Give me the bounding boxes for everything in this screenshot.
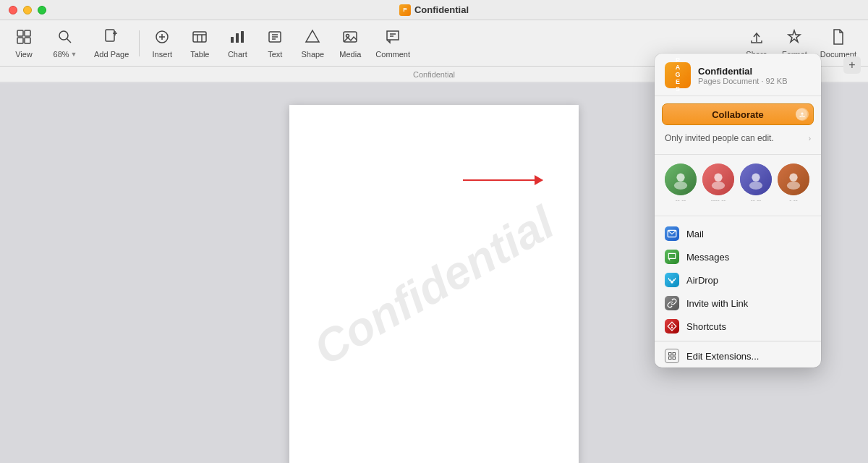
arrow-indicator — [463, 179, 542, 181]
doc-subtitle-text: Confidential — [413, 70, 455, 79]
svg-point-37 — [787, 182, 800, 190]
maximize-button[interactable] — [38, 6, 46, 14]
titlebar: P Confidential — [0, 0, 868, 20]
svg-point-25 — [346, 34, 349, 37]
popover-doc-info: Confidential Pages Document · 92 KB — [698, 66, 788, 85]
document-icon — [830, 28, 847, 48]
avatar-3 — [740, 163, 772, 195]
avatar-item-2[interactable]: ---- -- — [702, 163, 734, 204]
shape-icon — [304, 28, 321, 48]
insert-toolbar-item[interactable]: Insert — [144, 25, 180, 62]
share-popover: PAGES Confidential Pages Document · 92 K… — [655, 54, 821, 368]
airdrop-label: AirDrop — [686, 275, 718, 286]
text-icon — [266, 28, 284, 48]
shortcuts-label: Shortcuts — [686, 321, 726, 332]
popover-doc-icon: PAGES — [665, 62, 691, 88]
shape-label: Shape — [301, 50, 324, 59]
share-icon — [748, 28, 765, 48]
svg-rect-6 — [106, 30, 114, 41]
svg-point-34 — [752, 174, 760, 182]
share-messages-item[interactable]: Messages — [655, 245, 821, 268]
media-toolbar-item[interactable]: Media — [332, 25, 368, 62]
svg-marker-23 — [306, 30, 319, 42]
svg-point-32 — [714, 174, 722, 182]
svg-rect-1 — [25, 30, 30, 36]
watermark-text: Confidential — [305, 196, 563, 376]
table-icon — [191, 28, 208, 48]
separator-1 — [139, 30, 140, 56]
permissions-chevron: › — [809, 135, 811, 143]
pages-app-icon: P — [399, 4, 411, 16]
comment-icon — [384, 28, 401, 48]
svg-point-33 — [712, 182, 725, 190]
media-icon — [341, 28, 359, 48]
arrow-line — [463, 179, 542, 181]
svg-point-36 — [789, 174, 797, 182]
collaborate-button[interactable]: Collaborate — [662, 103, 814, 125]
chart-toolbar-item[interactable]: Chart — [219, 25, 255, 62]
share-airdrop-item[interactable]: AirDrop — [655, 268, 821, 292]
avatar-item-4[interactable]: - -- — [778, 163, 809, 204]
svg-rect-3 — [25, 38, 30, 43]
popover-doc-meta: Pages Document · 92 KB — [698, 77, 788, 85]
messages-label: Messages — [686, 252, 729, 263]
popover-doc-name: Confidential — [698, 66, 788, 77]
svg-rect-17 — [236, 33, 239, 43]
svg-point-30 — [676, 174, 684, 182]
share-invite-link-item[interactable]: Invite with Link — [655, 292, 821, 315]
svg-point-4 — [59, 31, 68, 40]
avatar-2-label: ---- -- — [702, 197, 734, 204]
view-toolbar-item[interactable]: View — [6, 25, 42, 62]
media-label: Media — [339, 50, 361, 59]
collaborate-label: Collaborate — [712, 109, 764, 120]
insert-icon — [153, 28, 171, 48]
shortcuts-icon — [665, 319, 679, 334]
avatar-item-3[interactable]: -- -- — [740, 163, 772, 204]
zoom-icon — [56, 28, 74, 48]
svg-point-35 — [749, 182, 762, 190]
avatar-1 — [665, 163, 697, 195]
svg-rect-43 — [669, 353, 672, 356]
permissions-row[interactable]: Only invited people can edit. › — [662, 128, 814, 148]
title-text: Confidential — [414, 4, 469, 15]
svg-point-42 — [671, 327, 672, 328]
avatar-4-label: - -- — [778, 197, 809, 204]
share-mail-item[interactable]: Mail — [655, 222, 821, 245]
close-button[interactable] — [9, 6, 17, 14]
svg-point-31 — [674, 182, 687, 190]
popover-divider-1 — [655, 154, 821, 155]
share-shortcuts-item[interactable]: Shortcuts — [655, 315, 821, 338]
svg-rect-0 — [17, 30, 23, 36]
avatar-item-1[interactable]: -- -- — [665, 163, 697, 204]
zoom-toolbar-item[interactable]: 68% ▼ — [43, 25, 87, 62]
svg-line-5 — [67, 38, 72, 43]
add-page-toolbar-item[interactable]: Add Page — [88, 25, 135, 62]
permissions-label: Only invited people can edit. — [665, 133, 774, 143]
text-toolbar-item[interactable]: Text — [257, 25, 293, 62]
minimize-button[interactable] — [23, 6, 32, 14]
avatars-row: -- -- ---- -- — [655, 161, 821, 210]
airdrop-icon — [665, 273, 679, 287]
window-title: P Confidential — [399, 4, 469, 16]
view-icon — [15, 28, 33, 48]
addpage-icon — [103, 28, 120, 48]
add-tab-button[interactable]: + — [843, 56, 861, 74]
insert-label: Insert — [153, 50, 173, 59]
avatar-3-label: -- -- — [740, 197, 772, 204]
invite-link-icon — [665, 296, 679, 310]
svg-rect-46 — [673, 357, 676, 360]
popover-header: PAGES Confidential Pages Document · 92 K… — [655, 54, 821, 96]
text-label: Text — [268, 50, 282, 59]
invite-link-label: Invite with Link — [686, 298, 748, 309]
avatar-2 — [702, 163, 734, 195]
add-page-label: Add Page — [94, 50, 129, 59]
comment-toolbar-item[interactable]: Comment — [370, 25, 416, 62]
edit-extensions-item[interactable]: Edit Extensions... — [655, 344, 821, 368]
svg-rect-44 — [673, 353, 676, 356]
table-toolbar-item[interactable]: Table — [182, 25, 218, 62]
collaborate-share-icon — [796, 108, 809, 121]
shape-toolbar-item[interactable]: Shape — [294, 25, 331, 62]
svg-rect-2 — [17, 38, 23, 43]
zoom-label: 68% ▼ — [54, 50, 77, 59]
table-label: Table — [190, 50, 209, 59]
